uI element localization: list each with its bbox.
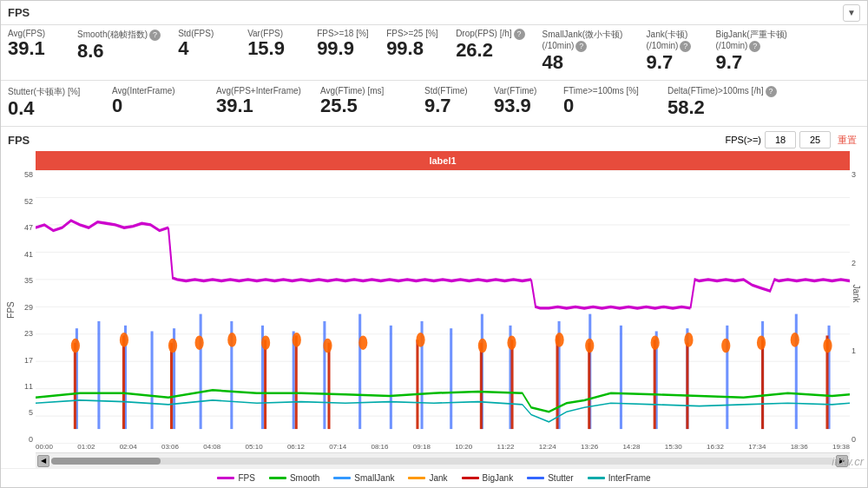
info-icon-smooth[interactable]: ? — [149, 30, 161, 41]
svg-point-69 — [791, 333, 799, 347]
stat-value-ftime-100ms: 0 — [563, 96, 650, 116]
legend-label-big-jank: BigJank — [483, 473, 514, 483]
svg-point-61 — [478, 339, 487, 353]
stat-avg-interframe: Avg(InterFrame) 0 — [112, 86, 199, 116]
stat-ftime-100ms: FTime>=100ms [%] 0 — [563, 86, 650, 116]
svg-rect-47 — [654, 340, 656, 430]
stat-stutter: Stutter(卡顿率) [%] 0.4 — [8, 86, 95, 119]
chevron-down-icon: ▼ — [847, 8, 856, 17]
scrollbar-track[interactable] — [51, 458, 834, 465]
svg-point-70 — [823, 339, 832, 353]
svg-rect-12 — [97, 321, 100, 429]
svg-rect-22 — [390, 326, 392, 429]
svg-rect-44 — [511, 340, 514, 430]
scrollbar-area: ◀ ▶ — [36, 452, 850, 468]
svg-rect-21 — [358, 314, 361, 429]
svg-rect-34 — [795, 314, 798, 429]
stats-row-2: Stutter(卡顿率) [%] 0.4 Avg(InterFrame) 0 A… — [8, 86, 860, 119]
info-icon-drop[interactable]: ? — [514, 29, 525, 40]
svg-point-60 — [416, 333, 424, 347]
svg-point-67 — [721, 339, 730, 353]
svg-point-51 — [71, 339, 80, 353]
svg-point-53 — [168, 339, 177, 353]
legend-dot-big-jank — [462, 477, 479, 479]
stat-var-ftime: Var(FTime) 93.9 — [494, 86, 546, 116]
legend-label-small-jank: SmallJank — [354, 473, 394, 483]
svg-rect-40 — [295, 336, 298, 430]
stat-label-smooth: Smooth(稳帧指数)? — [77, 29, 161, 41]
info-icon-delta[interactable]: ? — [766, 86, 777, 97]
stat-value-jank: 9.7 — [647, 52, 699, 73]
legend-jank: Jank — [408, 473, 447, 483]
stat-value-smooth: 8.6 — [77, 41, 161, 62]
stats-section-1: Avg(FPS) 39.1 Smooth(稳帧指数)? 8.6 Std(FPS)… — [1, 25, 867, 78]
chart-wrapper: label1 58 52 47 41 35 29 23 17 11 5 0 FP… — [1, 151, 867, 468]
legend-fps: FPS — [217, 473, 254, 483]
fps-val2-input[interactable] — [799, 131, 831, 148]
stat-value-avg-interframe: 0 — [112, 96, 199, 116]
stat-avg-fps: Avg(FPS) 39.1 — [8, 29, 60, 59]
svg-point-62 — [507, 336, 516, 351]
legend-dot-small-jank — [333, 477, 351, 479]
dropdown-button[interactable]: ▼ — [843, 4, 860, 22]
stats-row-1: Avg(FPS) 39.1 Smooth(稳帧指数)? 8.6 Std(FPS)… — [8, 29, 860, 73]
stat-value-fps-18: 99.9 — [317, 38, 369, 59]
main-container: FPS ▼ Avg(FPS) 39.1 Smooth(稳帧指数)? 8.6 St… — [0, 0, 868, 488]
main-chart-svg — [36, 170, 850, 444]
svg-rect-24 — [450, 329, 452, 430]
stat-value-std-fps: 4 — [178, 38, 230, 59]
svg-point-63 — [555, 333, 563, 347]
legend: FPS Smooth SmallJank Jank BigJank Stutte… — [1, 468, 867, 487]
svg-rect-41 — [327, 343, 330, 429]
stat-big-jank: BigJank(严重卡顿)(/10min)? 9.7 — [716, 29, 787, 73]
x-axis: 00:00 01:02 02:04 03:06 04:08 05:10 06:1… — [36, 443, 850, 451]
info-icon-jank[interactable]: ? — [680, 41, 691, 52]
svg-rect-43 — [480, 343, 483, 429]
svg-point-58 — [323, 339, 332, 353]
stat-value-small-jank: 48 — [542, 52, 629, 73]
stat-value-big-jank: 9.7 — [716, 52, 787, 73]
stat-avg-ftime: Avg(FTime) [ms] 25.5 — [320, 86, 407, 116]
legend-dot-smooth — [269, 477, 286, 479]
stat-delta-ftime: Delta(FTime)>100ms [/h]? 58.2 — [667, 86, 777, 118]
reset-button[interactable]: 重置 — [834, 134, 860, 147]
stat-label-big-jank: BigJank(严重卡顿)(/10min)? — [716, 29, 787, 52]
label-bar-text: label1 — [429, 155, 456, 166]
svg-rect-20 — [323, 321, 326, 429]
stat-value-delta-ftime: 58.2 — [667, 97, 777, 118]
legend-stutter: Stutter — [527, 473, 573, 483]
info-icon-small-jank[interactable]: ? — [575, 41, 587, 52]
stats-section-2: Stutter(卡顿率) [%] 0.4 Avg(InterFrame) 0 A… — [1, 82, 867, 124]
stat-value-var-fps: 15.9 — [247, 38, 299, 59]
svg-rect-45 — [556, 336, 559, 430]
scroll-left-button[interactable]: ◀ — [37, 455, 49, 467]
legend-interframe: InterFrame — [588, 473, 651, 483]
stat-drop-fps: Drop(FPS) [/h]? 26.2 — [456, 29, 524, 61]
stat-fps-18: FPS>=18 [%] 99.9 — [317, 29, 369, 59]
legend-label-smooth: Smooth — [290, 473, 319, 483]
svg-rect-16 — [200, 314, 202, 429]
legend-smooth: Smooth — [269, 473, 319, 483]
stat-smooth: Smooth(稳帧指数)? 8.6 — [77, 29, 161, 62]
stat-small-jank: SmallJank(微小卡顿)(/10min)? 48 — [542, 29, 629, 73]
stat-fps-25: FPS>=25 [%] 99.8 — [386, 29, 438, 59]
stat-label-ftime-100ms: FTime>=100ms [%] — [563, 86, 650, 96]
svg-point-64 — [585, 339, 594, 353]
svg-point-52 — [120, 333, 128, 347]
legend-dot-stutter — [527, 477, 544, 479]
svg-point-68 — [757, 336, 766, 351]
info-icon-big-jank[interactable]: ? — [749, 41, 760, 52]
scrollbar-thumb[interactable] — [51, 458, 161, 465]
stat-value-drop-fps: 26.2 — [456, 40, 524, 61]
fps-val1-input[interactable] — [765, 131, 796, 148]
divider-1 — [1, 80, 867, 81]
svg-rect-49 — [761, 340, 764, 430]
stat-std-ftime: Std(FTime) 9.7 — [424, 86, 477, 116]
stat-label-small-jank: SmallJank(微小卡顿)(/10min)? — [542, 29, 629, 52]
stat-label-jank: Jank(卡顿)(/10min)? — [647, 29, 699, 52]
legend-dot-jank — [408, 477, 425, 479]
svg-rect-46 — [588, 343, 590, 429]
stat-value-avg-ftime: 25.5 — [320, 96, 407, 116]
divider-2 — [1, 126, 867, 127]
svg-rect-36 — [74, 343, 76, 429]
